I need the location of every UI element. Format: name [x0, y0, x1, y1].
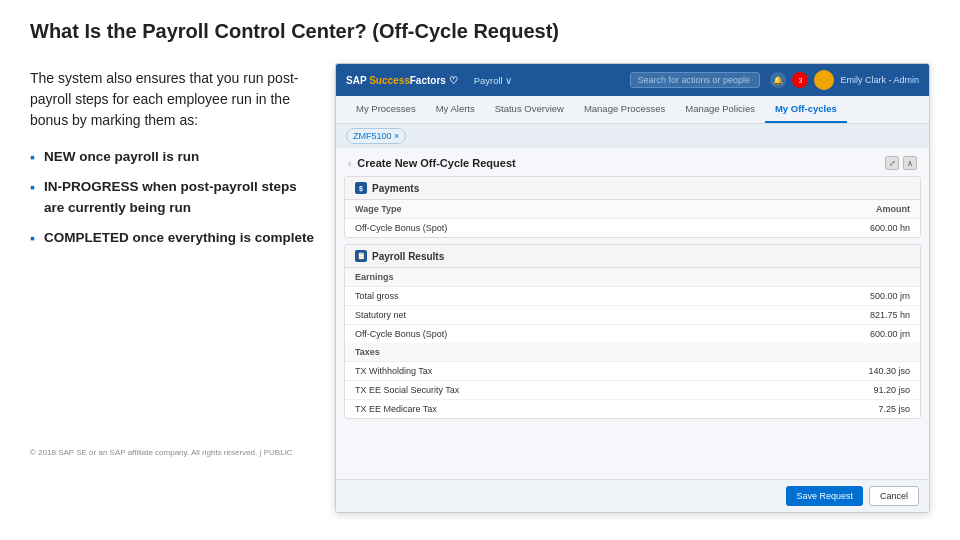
earnings-label: Earnings: [345, 268, 920, 287]
user-name: Emily Clark - Admin: [840, 75, 919, 85]
earnings-row-2: Off-Cycle Bonus (Spot) 600.00 jrn: [345, 325, 920, 344]
earnings-row-1: Statutory net 821.75 hn: [345, 306, 920, 325]
sf-logo: SAP SuccessFactors ♡: [346, 75, 458, 86]
sf-header-actions: ⤢ ∧: [885, 156, 917, 170]
sf-main: ZMF5100 × ‹ Create New Off-Cycle Request…: [336, 124, 929, 512]
earnings-label-1: Statutory net: [345, 306, 720, 325]
taxes-row-0: TX Withholding Tax 140.30 jso: [345, 362, 920, 381]
sf-topbar: SAP SuccessFactors ♡ Payroll ∨ Search fo…: [336, 64, 929, 96]
page: What Is the Payroll Control Center? (Off…: [0, 0, 960, 540]
taxes-label-1: TX EE Social Security Tax: [345, 381, 730, 400]
taxes-row-2: TX EE Medicare Tax 7.25 jso: [345, 400, 920, 419]
sf-nav-payroll[interactable]: Payroll ∨: [474, 75, 513, 86]
sf-bottom-bar: Save Request Cancel: [336, 479, 929, 512]
page-title: What Is the Payroll Control Center? (Off…: [30, 20, 930, 43]
payroll-icon: 📋: [355, 250, 367, 262]
sf-breadcrumb-bar: ZMF5100 ×: [336, 124, 929, 148]
cancel-button[interactable]: Cancel: [869, 486, 919, 506]
taxes-label-0: TX Withholding Tax: [345, 362, 730, 381]
col-amount: Amount: [720, 200, 920, 219]
earnings-label-0: Total gross: [345, 287, 720, 306]
left-panel: The system also ensures that you run pos…: [30, 63, 315, 530]
collapse-btn[interactable]: ∧: [903, 156, 917, 170]
maximize-btn[interactable]: ⤢: [885, 156, 899, 170]
payroll-results-header: 📋 Payroll Results: [345, 245, 920, 268]
taxes-amount-1: 91.20 jso: [730, 381, 920, 400]
breadcrumb-tag[interactable]: ZMF5100 ×: [346, 128, 406, 144]
col-wage-type: Wage Type: [345, 200, 720, 219]
sf-search-bar[interactable]: Search for actions or people: [630, 72, 760, 88]
bell-icon[interactable]: 🔔: [770, 72, 786, 88]
sf-subnav: My Processes My Alerts Status Overview M…: [336, 96, 929, 124]
subnav-status-overview[interactable]: Status Overview: [485, 96, 574, 123]
payments-card-header: $ Payments: [345, 177, 920, 200]
earnings-table: Total gross 500.00 jrn Statutory net 821…: [345, 287, 920, 343]
bullet-completed-label: COMPLETED once everything is complete: [44, 230, 314, 245]
taxes-table: TX Withholding Tax 140.30 jso TX EE Soci…: [345, 362, 920, 418]
earnings-row-0: Total gross 500.00 jrn: [345, 287, 920, 306]
subnav-my-off-cycles[interactable]: My Off-cycles: [765, 96, 847, 123]
sf-top-right: Search for actions or people 🔔 3 Emily C…: [630, 70, 919, 90]
subnav-manage-processes[interactable]: Manage Processes: [574, 96, 675, 123]
sf-app: SAP SuccessFactors ♡ Payroll ∨ Search fo…: [335, 63, 930, 513]
avatar: [814, 70, 834, 90]
taxes-amount-0: 140.30 jso: [730, 362, 920, 381]
bullet-list: NEW once payroll is run IN-PROGRESS when…: [30, 147, 315, 248]
bullet-completed: COMPLETED once everything is complete: [30, 228, 315, 248]
subnav-my-processes[interactable]: My Processes: [346, 96, 426, 123]
bullet-new-label: NEW once payroll is run: [44, 149, 199, 164]
earnings-label-2: Off-Cycle Bonus (Spot): [345, 325, 720, 344]
sf-icons: 🔔 3 Emily Clark - Admin: [770, 70, 919, 90]
earnings-amount-2: 600.00 jrn: [720, 325, 920, 344]
notification-badge: 3: [792, 72, 808, 88]
payments-card: $ Payments Wage Type Amount: [344, 176, 921, 238]
content-area: The system also ensures that you run pos…: [30, 63, 930, 530]
description-text: The system also ensures that you run pos…: [30, 68, 315, 131]
sf-content-area: ‹ Create New Off-Cycle Request ⤢ ∧ $: [336, 148, 929, 479]
sf-nav-items: Payroll ∨: [474, 75, 513, 86]
taxes-amount-2: 7.25 jso: [730, 400, 920, 419]
taxes-row-1: TX EE Social Security Tax 91.20 jso: [345, 381, 920, 400]
payments-icon: $: [355, 182, 367, 194]
footer-text: © 2018 SAP SE or an SAP affiliate compan…: [30, 448, 315, 457]
payments-table: Wage Type Amount Off-Cycle Bonus (Spot) …: [345, 200, 920, 237]
back-icon[interactable]: ‹: [348, 158, 351, 169]
payments-title: Payments: [372, 183, 419, 194]
subnav-my-alerts[interactable]: My Alerts: [426, 96, 485, 123]
right-panel: SAP SuccessFactors ♡ Payroll ∨ Search fo…: [335, 63, 930, 530]
taxes-label-2: TX EE Medicare Tax: [345, 400, 730, 419]
sf-page-header: ‹ Create New Off-Cycle Request ⤢ ∧: [344, 156, 921, 170]
save-request-button[interactable]: Save Request: [786, 486, 863, 506]
bullet-new: NEW once payroll is run: [30, 147, 315, 167]
earnings-amount-0: 500.00 jrn: [720, 287, 920, 306]
subnav-manage-policies[interactable]: Manage Policies: [675, 96, 765, 123]
payments-cell-amount-0: 600.00 hn: [720, 219, 920, 238]
payroll-results-title: Payroll Results: [372, 251, 444, 262]
payroll-results-card: 📋 Payroll Results Earnings Total gross 5…: [344, 244, 921, 419]
payments-cell-type-0: Off-Cycle Bonus (Spot): [345, 219, 720, 238]
bullet-in-progress-label: IN-PROGRESS when post-payroll steps are …: [44, 179, 297, 214]
earnings-amount-1: 821.75 hn: [720, 306, 920, 325]
taxes-label: Taxes: [345, 343, 920, 362]
bullet-in-progress: IN-PROGRESS when post-payroll steps are …: [30, 177, 315, 218]
payments-row-0: Off-Cycle Bonus (Spot) 600.00 hn: [345, 219, 920, 238]
sf-page-header-title: Create New Off-Cycle Request: [357, 157, 515, 169]
